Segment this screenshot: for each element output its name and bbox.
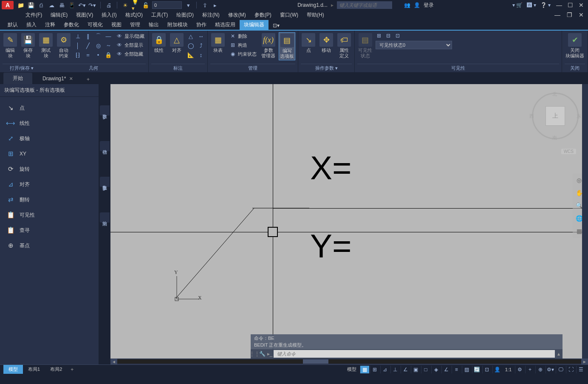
ptab-actions[interactable]: 动作 [100, 141, 110, 151]
saveas-icon[interactable]: ⎙ [37, 1, 45, 9]
status-person-icon[interactable]: 👤 [492, 366, 502, 373]
delete-button[interactable]: ✕删除 [228, 32, 258, 40]
rtab-blockeditor[interactable]: 块编辑器 [240, 20, 269, 30]
gc-perp-icon[interactable]: ⊥ [74, 32, 82, 40]
layer-dropdown-icon[interactable]: ▾ [184, 1, 192, 9]
tab-drawing1[interactable]: Drawing1*× [33, 73, 82, 84]
pitem-linear[interactable]: ⟷线性 [0, 116, 99, 131]
pitem-rotate[interactable]: ⟳旋转 [0, 161, 99, 177]
rtab-parametric[interactable]: 参数化 [59, 20, 83, 30]
status-3dosnap-icon[interactable]: ◈ [431, 366, 441, 373]
rtab-collab[interactable]: 协作 [192, 20, 211, 30]
plot-icon[interactable]: 🖶 [58, 1, 65, 9]
gc-vert-icon[interactable]: │ [74, 42, 82, 49]
authoring-palette-button[interactable]: ▤编写 选项板 [279, 32, 295, 60]
rtab-manage[interactable]: 管理 [126, 20, 144, 30]
menu-dimension[interactable]: 标注(N) [198, 10, 224, 20]
visibility-state-select[interactable]: 可见性状态0 [376, 41, 452, 49]
edit-block-button[interactable]: ✎编辑 块 [3, 32, 18, 59]
pitem-align[interactable]: ⊿对齐 [0, 177, 99, 192]
dim-c-icon[interactable]: ◯ [187, 42, 195, 49]
rtab-view[interactable]: 视图 [107, 20, 126, 30]
status-iso-icon[interactable]: ▣ [411, 366, 420, 373]
help-icon[interactable]: ❔ ▾ [540, 2, 551, 8]
exchange-icon[interactable]: ▾ 🛒 [512, 2, 523, 8]
save-icon[interactable]: 💾 [27, 1, 35, 9]
status-scale[interactable]: 1:1 [503, 367, 514, 372]
constraint-status-button[interactable]: ◉约束状态 [228, 50, 258, 58]
btab-model[interactable]: 模型 [3, 365, 23, 374]
status-ws-icon[interactable]: ⚙▾ [546, 366, 555, 373]
rtab-output[interactable]: 输出 [144, 20, 163, 30]
pitem-flip[interactable]: ⇄翻转 [0, 192, 99, 207]
status-osnap-icon[interactable]: □ [421, 366, 430, 373]
tab-close-icon[interactable]: × [69, 75, 73, 82]
panel-opparam-title[interactable]: 操作参数 ▾ [301, 64, 352, 72]
dim-f-icon[interactable]: ↕ [197, 51, 205, 59]
status-qp-icon[interactable]: ⊡ [482, 366, 492, 373]
gc-fix-icon[interactable]: 🔒 [105, 51, 112, 59]
status-gear-icon[interactable]: ⚙ [515, 366, 524, 373]
user-icon[interactable]: 👤 [414, 2, 420, 8]
layer-input[interactable] [152, 1, 182, 9]
point-button[interactable]: ↘点 [301, 32, 316, 54]
mobile-icon[interactable]: 📱 [68, 1, 76, 9]
gc-smooth-icon[interactable]: ～ [105, 42, 112, 49]
param-manager-button[interactable]: f(x)参数 管理器 [260, 32, 276, 59]
linear-button[interactable]: 🔒线性 [151, 32, 167, 54]
print-icon[interactable]: 🖨 [105, 1, 113, 9]
status-grid-icon[interactable]: ▦ [360, 366, 369, 373]
hscroll-right-icon[interactable]: ► [581, 359, 588, 364]
status-trans-icon[interactable]: ▨ [462, 366, 471, 373]
status-otrack-icon[interactable]: ∠ [441, 366, 451, 373]
rtab-express[interactable]: 精选应用 [211, 20, 240, 30]
lock-icon[interactable]: 🔓 [142, 1, 150, 9]
cmd-grip-icon[interactable]: ⋮⋮ [251, 351, 258, 357]
undo-icon[interactable]: ↶▾ [78, 1, 86, 9]
menu-window[interactable]: 窗口(W) [276, 10, 302, 20]
status-snap-icon[interactable]: ⊞ [370, 366, 379, 373]
gc-equal-icon[interactable]: = [84, 51, 92, 59]
vertical-scrollbar[interactable] [582, 84, 588, 359]
dim-d-icon[interactable]: ⤴ [197, 42, 205, 49]
status-max-icon[interactable]: ⛶ [566, 366, 575, 373]
app-logo[interactable]: A [2, 1, 14, 9]
menu-draw[interactable]: 绘图(D) [172, 10, 198, 20]
saveweb-icon[interactable]: ☁ [48, 1, 55, 9]
menu-tools[interactable]: 工具(T) [147, 10, 172, 20]
status-model-label[interactable]: 模型 [345, 366, 359, 373]
gc-coinc-icon[interactable]: • [94, 51, 102, 59]
autodesk-icon[interactable]: 🅰 ▾ [527, 2, 536, 8]
open-icon[interactable]: 📁 [17, 1, 25, 9]
hscroll-left-icon[interactable]: ◄ [110, 359, 117, 364]
close-button[interactable]: ✕ [576, 1, 586, 9]
gc-colin-icon[interactable]: ╱ [84, 42, 92, 49]
command-input[interactable] [274, 350, 555, 358]
status-custom-icon[interactable]: ☰ [576, 366, 585, 373]
btab-layout1[interactable]: 布局1 [23, 365, 45, 374]
pitem-polar[interactable]: ⤢极轴 [0, 131, 99, 146]
status-ann-icon[interactable]: ⊕ [535, 366, 545, 373]
menu-parametric[interactable]: 参数(P) [250, 10, 276, 20]
ptab-params[interactable]: 参数 [100, 105, 110, 116]
rtab-annotate[interactable]: 注释 [41, 20, 59, 30]
pitem-lookup[interactable]: 📋查寻 [0, 223, 99, 238]
status-sc-icon[interactable]: 🔄 [472, 366, 481, 373]
redo-icon[interactable]: ↷▾ [88, 1, 96, 9]
gc-conc-icon[interactable]: ◎ [94, 42, 102, 49]
show-hide-button[interactable]: 👁显示/隐藏 [115, 32, 146, 40]
dim-b-icon[interactable]: ↔ [197, 32, 205, 40]
gc-sym-icon[interactable]: ⁅⁆ [74, 51, 82, 59]
cmd-expand-icon[interactable]: ▴ [555, 351, 563, 357]
menu-edit[interactable]: 编辑(E) [46, 10, 72, 20]
menu-view[interactable]: 视图(V) [72, 10, 97, 20]
show-all-button[interactable]: 👁全部显示 [115, 41, 146, 49]
doc-minimize-button[interactable]: — [552, 11, 563, 19]
qat-more-icon[interactable]: ▸ [211, 1, 219, 9]
rtab-insert[interactable]: 插入 [22, 20, 41, 30]
menu-format[interactable]: 格式(O) [121, 10, 147, 20]
gc-par-icon[interactable]: ∥ [84, 32, 92, 40]
vis-state-button[interactable]: ▤可见性 状态 [357, 32, 373, 59]
btab-add-button[interactable]: + [67, 365, 77, 374]
sun-icon[interactable]: ☀ [122, 1, 129, 9]
